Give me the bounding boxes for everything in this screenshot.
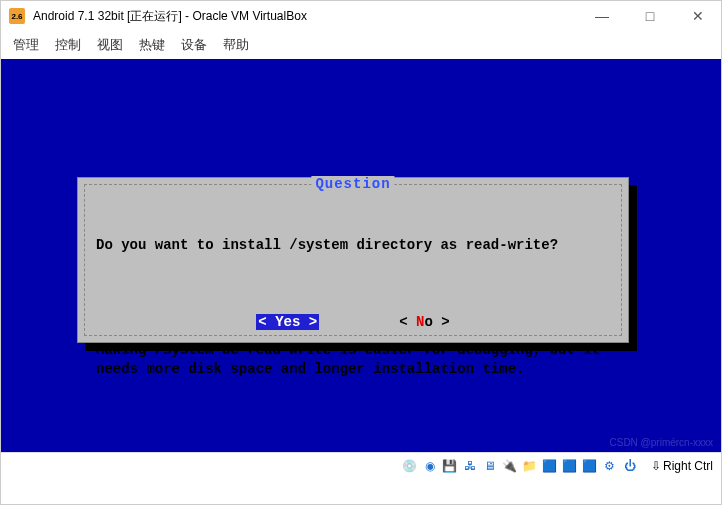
minimize-button[interactable]: — [587, 8, 617, 24]
settings-icon[interactable]: ⚙ [601, 457, 619, 475]
host-key-label: Right Ctrl [663, 459, 713, 473]
hdd-icon[interactable]: 💿 [401, 457, 419, 475]
maximize-button[interactable]: □ [635, 8, 665, 24]
window-titlebar: 2.6 Android 7.1 32bit [正在运行] - Oracle VM… [1, 1, 721, 31]
virtualbox-icon: 2.6 [9, 8, 25, 24]
menubar: 管理 控制 视图 热键 设备 帮助 [1, 31, 721, 59]
dialog-line1: Do you want to install /system directory… [96, 236, 610, 254]
optical-icon[interactable]: ◉ [421, 457, 439, 475]
menu-hotkeys[interactable]: 热键 [139, 36, 165, 54]
floppy-icon[interactable]: 💾 [441, 457, 459, 475]
menu-devices[interactable]: 设备 [181, 36, 207, 54]
feature1-icon[interactable]: 🟦 [541, 457, 559, 475]
host-key-arrow-icon: ⇩ [651, 459, 661, 473]
dialog-buttons: < Yes > < No > [78, 314, 628, 330]
dialog-text: Do you want to install /system directory… [78, 178, 628, 414]
status-icons: 💿 ◉ 💾 🖧 🖥 🔌 📁 🟦 🟦 🟦 ⚙ ⏻ [401, 457, 639, 475]
shared-folder-icon[interactable]: 📁 [521, 457, 539, 475]
yes-button[interactable]: < Yes > [256, 314, 319, 330]
network-icon[interactable]: 🖧 [461, 457, 479, 475]
menu-manage[interactable]: 管理 [13, 36, 39, 54]
question-dialog: Question Do you want to install /system … [77, 177, 629, 343]
dialog-line2: Making /system be read-write is easier f… [96, 341, 610, 377]
window-title: Android 7.1 32bit [正在运行] - Oracle VM Vir… [33, 8, 587, 25]
menu-help[interactable]: 帮助 [223, 36, 249, 54]
vm-display: Question Do you want to install /system … [1, 59, 721, 452]
close-button[interactable]: ✕ [683, 8, 713, 24]
feature2-icon[interactable]: 🟦 [561, 457, 579, 475]
usb-icon[interactable]: 🔌 [501, 457, 519, 475]
display-icon[interactable]: 🖥 [481, 457, 499, 475]
statusbar: 💿 ◉ 💾 🖧 🖥 🔌 📁 🟦 🟦 🟦 ⚙ ⏻ ⇩ Right Ctrl [1, 452, 721, 478]
dialog-title: Question [311, 176, 394, 192]
window-controls: — □ ✕ [587, 8, 713, 24]
no-button[interactable]: < No > [399, 314, 449, 330]
menu-view[interactable]: 视图 [97, 36, 123, 54]
power-icon[interactable]: ⏻ [621, 457, 639, 475]
watermark: CSDN @primércn‑xxxx [610, 437, 714, 448]
menu-control[interactable]: 控制 [55, 36, 81, 54]
recording-icon[interactable]: 🟦 [581, 457, 599, 475]
host-key-indicator: ⇩ Right Ctrl [651, 459, 713, 473]
